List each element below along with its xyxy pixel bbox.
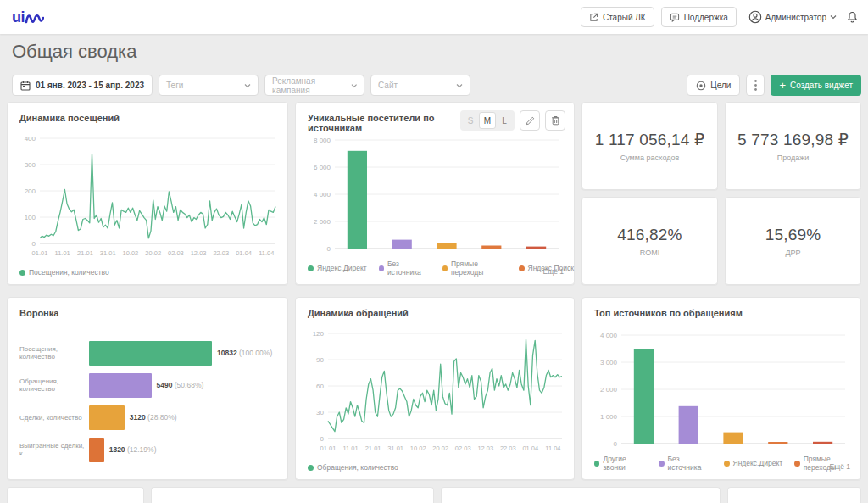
- legend-item[interactable]: Яндекс.Директ: [308, 264, 367, 272]
- widget-unique-visitors: Уникальные посетители по источникам S M …: [295, 102, 575, 285]
- bar[interactable]: [437, 243, 456, 249]
- funnel-bar[interactable]: [89, 438, 104, 462]
- legend-dot-icon: [308, 465, 314, 471]
- size-toggle-group: S M L: [460, 110, 515, 131]
- kpi-value: 15,69%: [765, 226, 821, 244]
- svg-text:02.03: 02.03: [168, 249, 184, 257]
- svg-text:1 000: 1 000: [600, 413, 618, 421]
- chat-icon: [670, 13, 680, 22]
- legend-item[interactable]: Прямые переходы: [442, 260, 507, 277]
- svg-text:22.03: 22.03: [500, 444, 516, 452]
- bar[interactable]: [723, 433, 743, 444]
- bar[interactable]: [634, 349, 654, 444]
- widget-title: Топ источников по обращениям: [582, 298, 860, 318]
- svg-text:3 000: 3 000: [600, 359, 618, 366]
- page-title: Общая сводка: [12, 41, 136, 63]
- plus-icon: +: [779, 80, 786, 91]
- more-options-kebab-icon[interactable]: [746, 75, 765, 96]
- create-widget-button[interactable]: + Создать виджет: [771, 75, 861, 96]
- support-button[interactable]: Поддержка: [661, 7, 737, 27]
- legend-item[interactable]: Без источника: [659, 455, 711, 472]
- svg-text:01.01: 01.01: [32, 249, 48, 257]
- legend-item[interactable]: Яндекс.Директ: [724, 459, 783, 467]
- goals-button[interactable]: Цели: [687, 75, 740, 96]
- bar[interactable]: [679, 406, 698, 444]
- svg-text:2 000: 2 000: [600, 386, 618, 394]
- trash-icon: [551, 115, 560, 126]
- line-chart-svg: 010020030040001.0111.0121.0131.0110.0220…: [14, 131, 282, 260]
- kpi-value: 5 773 169,98 ₽: [737, 130, 849, 149]
- svg-text:20.02: 20.02: [432, 444, 448, 452]
- legend-dot-icon: [308, 265, 314, 271]
- widget-stub: [151, 487, 434, 503]
- svg-text:90: 90: [316, 356, 324, 364]
- svg-text:12.03: 12.03: [477, 444, 493, 452]
- bar[interactable]: [392, 240, 412, 249]
- user-icon: [748, 10, 762, 24]
- legend-more-label[interactable]: Ещё 1: [830, 462, 850, 471]
- delete-widget-button[interactable]: [545, 110, 565, 131]
- legend-dot-icon: [442, 265, 448, 271]
- bar[interactable]: [526, 247, 546, 249]
- funnel-bar[interactable]: [89, 405, 125, 430]
- date-range-picker[interactable]: 01 янв. 2023 - 15 апр. 2023: [12, 75, 153, 96]
- top-sources-bar-chart: 01 0002 0003 0004 000: [589, 327, 855, 455]
- svg-text:31.01: 31.01: [387, 444, 403, 452]
- site-select[interactable]: Сайт: [370, 75, 470, 96]
- svg-text:12.03: 12.03: [191, 249, 207, 257]
- size-option-m[interactable]: M: [479, 112, 496, 129]
- svg-text:31.01: 31.01: [100, 249, 116, 257]
- funnel-row: Выигранные сделки, к... 1320 (12.19%): [19, 433, 279, 466]
- svg-text:60: 60: [316, 383, 324, 390]
- legend-label: Обращения, количество: [317, 463, 398, 472]
- top-bar: ui Старый ЛК Поддержка: [0, 0, 868, 34]
- bar[interactable]: [481, 246, 501, 249]
- funnel-row-label: Посещения, количество: [19, 345, 89, 360]
- funnel-bar[interactable]: [89, 341, 212, 366]
- legend-item[interactable]: Без источника: [379, 260, 431, 277]
- legend-label: Без источника: [668, 455, 712, 472]
- bar[interactable]: [813, 442, 832, 444]
- bar-chart-svg: 01 0002 0003 0004 000: [589, 327, 855, 455]
- widget-appeals-dynamics: Динамика обращений 030609012001.0111.012…: [295, 297, 575, 480]
- legend-item[interactable]: Обращения, количество: [308, 463, 398, 472]
- uis-logo[interactable]: ui: [12, 9, 44, 25]
- tags-select[interactable]: Теги: [159, 75, 259, 96]
- user-menu[interactable]: Администратор: [748, 10, 837, 24]
- kpi-value: 1 117 056,14 ₽: [595, 130, 705, 149]
- funnel-row-label: Выигранные сделки, к...: [19, 442, 89, 457]
- legend-item[interactable]: Посещения, количество: [19, 268, 109, 277]
- widget-title: Динамика посещений: [8, 103, 287, 123]
- kpi-card-drr: 15,69% ДРР: [725, 197, 861, 285]
- bar[interactable]: [768, 442, 787, 444]
- legend-item[interactable]: Другие звонки: [594, 455, 647, 472]
- legend-label: Яндекс.Директ: [733, 459, 783, 467]
- chevron-down-icon: [830, 14, 837, 20]
- legend-label: Другие звонки: [603, 455, 647, 472]
- svg-text:2 000: 2 000: [314, 218, 331, 226]
- svg-text:120: 120: [313, 330, 325, 338]
- site-placeholder: Сайт: [378, 81, 398, 90]
- funnel-row: Посещения, количество 10832 (100.00%): [19, 337, 279, 369]
- legend-item[interactable]: Прямые переходы: [794, 455, 860, 472]
- notifications-bell-icon[interactable]: [847, 11, 858, 23]
- funnel-chart: Посещения, количество 10832 (100.00%) Об…: [19, 337, 279, 466]
- size-option-l[interactable]: L: [496, 112, 513, 129]
- size-option-s[interactable]: S: [462, 112, 479, 129]
- legend-label: Без источника: [387, 260, 431, 277]
- bar[interactable]: [348, 151, 367, 249]
- svg-text:0: 0: [320, 435, 325, 443]
- svg-text:0: 0: [327, 245, 331, 253]
- edit-widget-button[interactable]: [520, 110, 540, 131]
- legend-more-label[interactable]: Ещё 1: [543, 267, 564, 276]
- chart-legend: Яндекс.Директ Без источника Прямые перех…: [308, 260, 574, 277]
- old-lk-button[interactable]: Старый ЛК: [581, 7, 654, 27]
- unique-visitors-bar-chart: 02 0004 0006 0008 000: [303, 131, 569, 260]
- svg-text:01.01: 01.01: [320, 444, 337, 452]
- svg-text:400: 400: [25, 135, 36, 143]
- campaign-select[interactable]: Рекламная кампания: [264, 75, 364, 96]
- widget-stub: [441, 487, 721, 503]
- create-widget-label: Создать виджет: [790, 81, 853, 90]
- funnel-bar[interactable]: [89, 373, 152, 398]
- svg-text:21.01: 21.01: [365, 444, 381, 452]
